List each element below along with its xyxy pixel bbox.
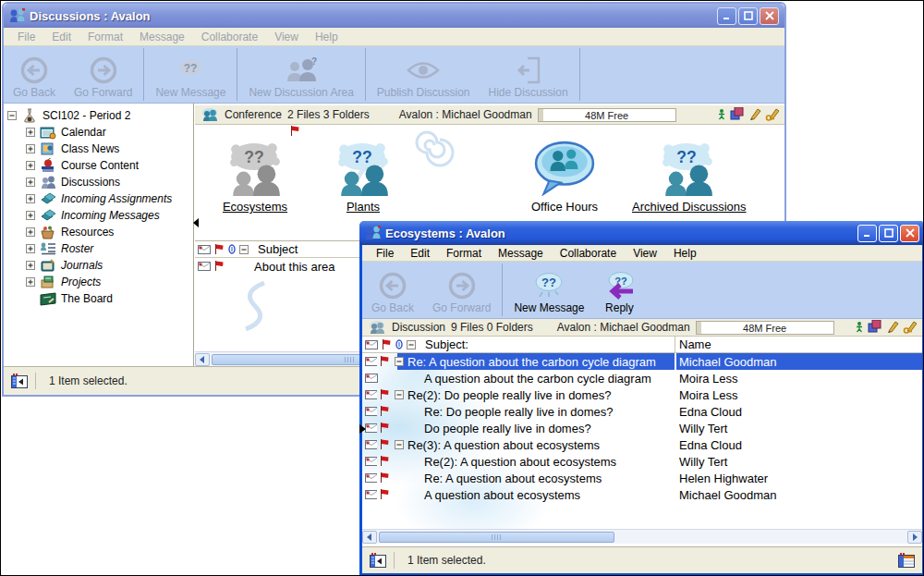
maximize-button[interactable]: [879, 225, 898, 242]
tree-item-projects[interactable]: Projects: [4, 274, 193, 290]
tree-item-incoming-assignments[interactable]: Incoming Assignments: [4, 190, 193, 207]
item-archived-discussions[interactable]: ?? Archived Discussions: [632, 129, 743, 214]
scroll-right-arrow[interactable]: [907, 531, 922, 544]
expand-icon[interactable]: [26, 178, 35, 187]
expand-icon[interactable]: [26, 244, 35, 253]
tree-item-sci102[interactable]: SCI102 - Period 2: [4, 107, 193, 124]
expand-icon[interactable]: [26, 261, 35, 270]
tree-item-incoming-messages[interactable]: Incoming Messages: [4, 207, 193, 224]
collapse-all-icon[interactable]: [407, 340, 416, 349]
collapse-thread-icon[interactable]: [395, 357, 404, 366]
account-label: Avalon : Michael Goodman: [399, 108, 532, 121]
expand-icon[interactable]: [26, 144, 35, 153]
menu-edit[interactable]: Edit: [43, 29, 79, 45]
publish-discussion-button[interactable]: Publish Discussion: [368, 46, 480, 103]
expand-icon[interactable]: [26, 161, 35, 170]
menu-help[interactable]: Help: [307, 29, 346, 45]
message-row[interactable]: Re: Do people really live in domes? Edna…: [362, 403, 922, 420]
menu-format[interactable]: Format: [79, 29, 131, 45]
toggle-pane-icon[interactable]: [11, 374, 28, 388]
message-row[interactable]: Re(2): A question about ecosystems Willy…: [362, 453, 922, 470]
menu-view[interactable]: View: [625, 245, 665, 262]
message-subject: Re: Do people really live in domes?: [424, 405, 614, 419]
message-row[interactable]: A question about ecosystems Michael Good…: [362, 486, 922, 503]
menu-message[interactable]: Message: [131, 29, 193, 45]
new-message-button[interactable]: ?? New Message: [146, 46, 235, 103]
tree-item-resources[interactable]: Resources: [4, 224, 193, 240]
menu-file[interactable]: File: [9, 29, 43, 45]
minimize-button[interactable]: [717, 7, 736, 25]
pane-splitter-arrow[interactable]: [359, 424, 371, 434]
menu-view[interactable]: View: [266, 29, 307, 45]
go-back-button[interactable]: Go Back: [4, 46, 65, 103]
menu-message[interactable]: Message: [490, 245, 552, 262]
permission-icons[interactable]: [718, 107, 779, 122]
expand-icon[interactable]: [26, 227, 35, 237]
maximize-button[interactable]: [738, 7, 758, 25]
collapse-icon[interactable]: [7, 111, 17, 120]
message-row[interactable]: Do people really live in domes? Willy Te…: [362, 420, 922, 436]
tree-item-course-content[interactable]: Course Content: [4, 157, 193, 174]
app-icon: [365, 226, 382, 240]
item-plants[interactable]: ?? Plants: [308, 129, 419, 214]
attachment-column-icon: [228, 244, 236, 254]
reply-button[interactable]: ?? Reply: [593, 262, 645, 318]
pane-splitter-arrow[interactable]: [188, 218, 199, 227]
menu-help[interactable]: Help: [665, 245, 705, 262]
message-row[interactable]: Re(2): Do people really live in domes? M…: [362, 386, 922, 403]
scroll-left-arrow[interactable]: [195, 353, 210, 366]
scroll-thumb[interactable]: [379, 532, 614, 543]
flag-column-icon: [214, 244, 225, 255]
hide-discussion-button[interactable]: Hide Discussion: [480, 46, 578, 103]
message-row[interactable]: Re: A question about the carbon cycle di…: [362, 353, 922, 370]
archived-discussions-icon: ??: [658, 141, 717, 196]
scroll-left-arrow[interactable]: [362, 531, 377, 544]
expand-icon[interactable]: [26, 277, 35, 287]
go-forward-icon: [90, 56, 117, 84]
close-button[interactable]: [900, 225, 919, 242]
message-hscrollbar[interactable]: [362, 529, 922, 544]
attachment-column-icon: [395, 339, 403, 349]
expand-icon[interactable]: [26, 211, 35, 220]
column-header-row: Subject: Name: [362, 337, 922, 353]
window1-titlebar[interactable]: Discussions : Avalon: [4, 4, 784, 28]
tree-item-journals[interactable]: Journals: [4, 257, 193, 274]
minimize-button[interactable]: [857, 225, 877, 242]
expand-icon[interactable]: [26, 194, 35, 203]
name-column-header[interactable]: Name: [675, 337, 922, 352]
collapse-thread-icon[interactable]: [395, 440, 404, 449]
collapse-thread-icon[interactable]: [395, 390, 404, 399]
flag-icon: [380, 472, 390, 484]
message-row[interactable]: Re(3): A question about ecosystems Edna …: [362, 436, 922, 453]
item-ecosystems[interactable]: ?? Ecosystems: [200, 129, 310, 214]
menu-format[interactable]: Format: [438, 245, 490, 262]
collapse-all-icon[interactable]: [239, 245, 249, 254]
go-back-button[interactable]: Go Back: [362, 262, 423, 318]
view-grid-icon[interactable]: [898, 553, 915, 568]
window2-titlebar[interactable]: Ecosystems : Avalon: [359, 221, 924, 245]
new-discussion-area-button[interactable]: ? New Discussion Area: [239, 46, 362, 103]
toggle-pane-icon[interactable]: [370, 553, 386, 568]
menu-collaborate[interactable]: Collaborate: [552, 245, 625, 262]
expand-icon[interactable]: [26, 128, 35, 137]
close-button[interactable]: [760, 7, 779, 25]
tree-item-class-news[interactable]: Class News: [4, 141, 193, 157]
menu-file[interactable]: File: [368, 245, 402, 262]
tree-item-calendar[interactable]: Calendar: [4, 124, 193, 141]
tree-item-discussions[interactable]: Discussions: [4, 174, 193, 190]
message-subject: A question about ecosystems: [424, 488, 580, 502]
subject-column-header[interactable]: Subject: [258, 242, 298, 256]
subject-column-header[interactable]: Subject:: [425, 337, 468, 351]
new-message-button[interactable]: ?? New Message: [505, 262, 593, 318]
menu-edit[interactable]: Edit: [402, 245, 438, 262]
message-row[interactable]: Re: A question about ecosystems Helen Hi…: [362, 470, 922, 486]
item-office-hours[interactable]: Office Hours: [509, 129, 620, 214]
permission-icons[interactable]: [856, 320, 917, 335]
go-forward-button[interactable]: Go Forward: [423, 262, 500, 318]
menu-collaborate[interactable]: Collaborate: [193, 29, 266, 45]
tree-item-the-board[interactable]: The Board: [4, 290, 193, 307]
go-forward-button[interactable]: Go Forward: [65, 46, 141, 103]
window2-infobar: Discussion 9 Files 0 Folders Avalon : Mi…: [362, 319, 922, 337]
message-row[interactable]: A question about the carbon cycle diagra…: [362, 370, 922, 386]
tree-item-roster[interactable]: Roster: [4, 240, 193, 257]
